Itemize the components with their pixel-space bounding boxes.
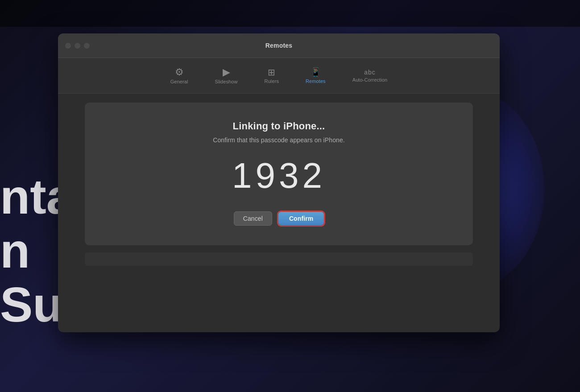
tab-rulers[interactable]: ⊞ Rulers <box>251 64 292 87</box>
rulers-icon: ⊞ <box>268 68 275 77</box>
close-button[interactable] <box>65 43 71 49</box>
tab-remotes[interactable]: 📱 Remotes <box>292 64 339 87</box>
passcode-display: 1932 <box>232 158 326 194</box>
window-controls <box>65 43 90 49</box>
dialog-subtitle: Confirm that this passcode appears on iP… <box>213 136 345 144</box>
minimize-button[interactable] <box>75 43 80 49</box>
tab-slideshow-label: Slideshow <box>215 79 238 84</box>
tab-auto-correction-label: Auto-Correction <box>352 77 388 83</box>
confirm-button[interactable]: Confirm <box>278 212 324 225</box>
slideshow-icon: ▶ <box>223 67 230 77</box>
tab-general[interactable]: ⚙ General <box>157 64 202 88</box>
dialog-buttons: Cancel Confirm <box>234 211 324 226</box>
bottom-placeholder <box>85 252 473 266</box>
content-area: Linking to iPhone... Confirm that this p… <box>58 94 500 332</box>
main-window: Remotes ⚙ General ▶ Slideshow ⊞ Rulers 📱… <box>58 33 500 332</box>
remotes-icon: 📱 <box>310 68 321 77</box>
title-bar: Remotes <box>58 33 500 58</box>
window-title: Remotes <box>265 42 293 49</box>
toolbar: ⚙ General ▶ Slideshow ⊞ Rulers 📱 Remotes… <box>58 58 500 94</box>
dialog-title: Linking to iPhone... <box>233 120 325 132</box>
tab-remotes-label: Remotes <box>306 78 326 84</box>
tab-slideshow[interactable]: ▶ Slideshow <box>202 64 251 88</box>
link-dialog: Linking to iPhone... Confirm that this p… <box>85 103 473 245</box>
tab-auto-correction[interactable]: abc Auto-Correction <box>339 66 401 86</box>
maximize-button[interactable] <box>84 43 90 49</box>
cancel-button[interactable]: Cancel <box>234 211 272 226</box>
general-icon: ⚙ <box>175 67 184 77</box>
tab-rulers-label: Rulers <box>265 78 279 84</box>
auto-correction-icon: abc <box>364 69 376 75</box>
top-strip <box>0 0 580 27</box>
tab-general-label: General <box>170 79 188 84</box>
